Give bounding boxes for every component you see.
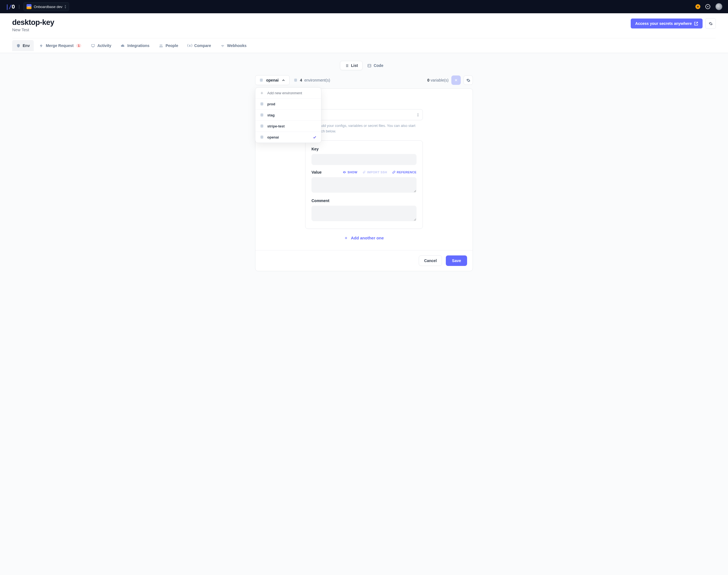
environment-toolbar: openai 4 environment(s) 0 variable(s) Ad… (255, 75, 473, 85)
gear-icon (466, 78, 471, 82)
tab-activity-label: Activity (97, 43, 111, 48)
env-option-label: openai (267, 135, 279, 139)
variable-count: 0 variable(s) (427, 78, 449, 82)
tab-bar: Env Merge Request 1 Activity Integration… (12, 38, 716, 53)
tab-env[interactable]: Env (12, 40, 34, 51)
env-option-stag[interactable]: stag (255, 110, 321, 121)
add-another-button[interactable]: Add another one (305, 229, 423, 242)
top-navbar: |/O | I/O Onboardbase dev ▴▾ + (0, 0, 728, 13)
cloud-icon (121, 43, 125, 48)
view-switch: List Code (0, 61, 728, 70)
value-input[interactable] (311, 177, 417, 193)
svg-point-1 (160, 44, 161, 45)
add-environment-label: Add new environment (267, 91, 302, 95)
tab-compare[interactable]: (x) Compare (184, 40, 215, 51)
add-another-label: Add another one (351, 236, 384, 240)
check-icon (313, 135, 317, 139)
logo[interactable]: |/O (5, 3, 15, 10)
view-list-button[interactable]: List (340, 61, 362, 70)
svg-rect-0 (92, 44, 95, 46)
env-option-openai[interactable]: openai (255, 132, 321, 143)
variable-count-num: 0 (427, 78, 429, 82)
shield-icon (16, 43, 21, 48)
value-label: Value (311, 170, 322, 174)
option-select[interactable]: Option ▴▾ (305, 109, 423, 120)
monitor-icon (91, 43, 95, 48)
tab-merge-request[interactable]: Merge Request 1 (35, 40, 85, 51)
env-option-label: stag (267, 113, 275, 117)
close-button[interactable] (451, 75, 461, 85)
env-option-prod[interactable]: prod (255, 99, 321, 110)
view-list-label: List (351, 63, 358, 68)
key-input[interactable] (311, 154, 417, 165)
plus-icon (260, 91, 264, 95)
tab-people-label: People (166, 43, 178, 48)
workspace-icon: I/O (27, 4, 32, 9)
database-icon (260, 135, 264, 139)
view-code-label: Code (374, 63, 383, 68)
eye-icon (343, 171, 346, 174)
environment-dropdown: Add new environment prod stag stripe-tes… (255, 87, 321, 143)
add-button[interactable]: + (695, 4, 700, 9)
tab-webhooks-label: Webhooks (227, 43, 246, 48)
save-button[interactable]: Save (446, 256, 467, 266)
tab-compare-label: Compare (194, 43, 211, 48)
avatar[interactable] (715, 3, 723, 10)
tab-people[interactable]: People (155, 40, 182, 51)
chevron-updown-icon: ▴▾ (417, 112, 419, 117)
close-icon (454, 78, 458, 82)
database-icon (260, 102, 264, 106)
page-subtitle: New Test (12, 27, 54, 32)
reference-button[interactable]: REFERENCE (392, 171, 417, 174)
add-environment-item[interactable]: Add new environment (255, 88, 321, 99)
compare-icon: (x) (188, 43, 192, 48)
database-icon (260, 113, 264, 117)
view-code-button[interactable]: Code (362, 61, 388, 70)
env-option-label: prod (267, 102, 275, 106)
bolt-icon (39, 43, 44, 48)
chevron-updown-icon: ▴▾ (65, 4, 66, 9)
tab-webhooks[interactable]: Webhooks (216, 40, 250, 51)
comment-input[interactable] (311, 206, 417, 221)
merge-badge: 1 (76, 44, 81, 47)
page-title: desktop-key (12, 18, 54, 27)
link-icon (392, 171, 395, 174)
plus-icon (344, 236, 348, 240)
key-label: Key (311, 147, 417, 151)
environment-selected: openai (266, 78, 279, 82)
database-icon (293, 78, 298, 82)
tab-merge-label: Merge Request (46, 43, 73, 48)
gear-icon (709, 22, 713, 26)
header-settings-button[interactable] (705, 18, 716, 29)
tab-integrations-label: Integrations (128, 43, 149, 48)
page-header: desktop-key New Test Access your secrets… (0, 13, 728, 53)
wifi-icon (220, 43, 225, 48)
env-option-stripe-test[interactable]: stripe-test (255, 121, 321, 132)
tab-activity[interactable]: Activity (87, 40, 115, 51)
variable-count-label: variable(s) (430, 78, 449, 82)
cancel-button[interactable]: Cancel (419, 256, 442, 266)
env-settings-button[interactable] (463, 75, 473, 85)
panel-footer: Cancel Save (255, 250, 473, 271)
environment-count-num: 4 (300, 78, 302, 82)
workspace-switcher[interactable]: I/O Onboardbase dev ▴▾ (24, 2, 69, 11)
comment-label: Comment (311, 199, 417, 203)
environment-selector[interactable]: openai (255, 75, 290, 85)
access-secrets-label: Access your secrets anywhere (635, 21, 692, 26)
people-icon (159, 43, 163, 48)
list-icon (345, 64, 349, 68)
external-link-icon (694, 22, 698, 26)
import-ssh-button[interactable]: IMPORT SSH (362, 171, 387, 174)
environment-count-label: environment(s) (304, 78, 330, 82)
workspace-name: Onboardbase dev (34, 5, 62, 9)
svg-point-2 (162, 44, 163, 45)
tab-integrations[interactable]: Integrations (117, 40, 153, 51)
help-button[interactable] (705, 4, 710, 9)
chevron-up-icon (281, 78, 285, 82)
option-helper-text: option to add your configs, variables or… (305, 123, 423, 134)
nav-divider: | (19, 4, 20, 9)
access-secrets-button[interactable]: Access your secrets anywhere (631, 19, 702, 29)
tab-env-label: Env (23, 43, 30, 48)
show-value-button[interactable]: SHOW (343, 171, 357, 174)
code-icon (367, 64, 372, 68)
